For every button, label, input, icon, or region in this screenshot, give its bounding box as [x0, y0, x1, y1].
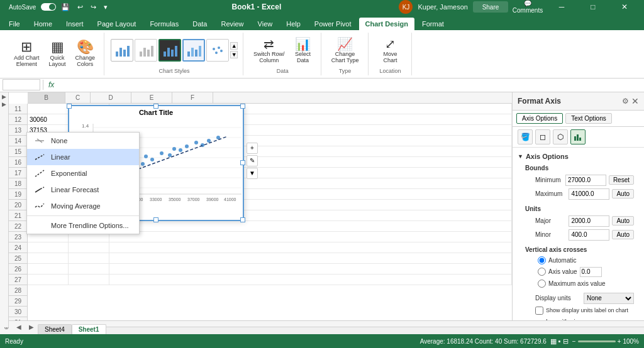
- chart-style-scroll-down[interactable]: ▼: [230, 51, 238, 58]
- formula-input[interactable]: [59, 81, 641, 89]
- chart-style-5[interactable]: [206, 39, 229, 62]
- minor-input[interactable]: [569, 229, 609, 241]
- quick-layout-label: QuickLayout: [49, 55, 66, 68]
- page-layout-button[interactable]: ▪: [558, 337, 561, 345]
- chart-filter-button[interactable]: ▼: [247, 168, 258, 179]
- change-chart-type-button[interactable]: 📈 ChangeChart Type: [328, 34, 363, 67]
- major-input[interactable]: [569, 215, 609, 227]
- zoom-out-button[interactable]: −: [572, 338, 576, 345]
- format-fill-icon[interactable]: 🪣: [518, 129, 533, 144]
- chart-style-scroll-up[interactable]: ▲: [230, 42, 238, 50]
- page-break-button[interactable]: ⊟: [563, 337, 569, 345]
- move-chart-button[interactable]: ⤢ MoveChart: [375, 34, 406, 67]
- zoom-slider[interactable]: [578, 340, 616, 342]
- sheet-tab-sheet4[interactable]: Sheet4: [38, 324, 72, 334]
- axis-value-radio[interactable]: [538, 268, 546, 276]
- minimum-reset-button[interactable]: Reset: [609, 175, 634, 185]
- row-header-25: 25: [9, 253, 27, 264]
- trendline-linear-forecast-item[interactable]: Linear Forecast: [27, 182, 139, 198]
- customize-qat-button[interactable]: ▾: [101, 3, 110, 12]
- tab-view[interactable]: View: [252, 18, 279, 30]
- tab-insert[interactable]: Insert: [60, 18, 90, 30]
- collapse-2[interactable]: ▶: [2, 101, 6, 107]
- tab-home[interactable]: Home: [28, 18, 58, 30]
- col-header-d[interactable]: D: [91, 92, 131, 103]
- format-panel-settings-button[interactable]: ⚙: [622, 96, 629, 106]
- svg-rect-67: [579, 138, 581, 141]
- automatic-radio[interactable]: [538, 256, 546, 264]
- col-header-b[interactable]: B: [28, 92, 65, 103]
- trendline-exponential-item[interactable]: Exponential: [27, 165, 139, 182]
- col-header-e[interactable]: E: [131, 92, 172, 103]
- tab-review[interactable]: Review: [214, 18, 250, 30]
- share-button[interactable]: Share: [473, 1, 508, 13]
- major-auto-button[interactable]: Auto: [612, 216, 634, 226]
- save-button[interactable]: 💾: [58, 3, 72, 12]
- col-header-f[interactable]: F: [172, 92, 213, 103]
- more-trendline-icon: [33, 220, 46, 231]
- collapse-1[interactable]: ▶: [2, 94, 6, 100]
- tab-data[interactable]: Data: [186, 18, 213, 30]
- chart-title[interactable]: Chart Title: [69, 109, 243, 116]
- col-header-rest[interactable]: [213, 92, 512, 103]
- tab-help[interactable]: Help: [280, 18, 307, 30]
- name-box[interactable]: [3, 79, 40, 90]
- maximum-input[interactable]: [569, 188, 609, 200]
- format-bar-chart-icon[interactable]: [570, 129, 586, 144]
- format-line-icon[interactable]: ◻: [535, 129, 550, 144]
- format-effects-icon[interactable]: ⬡: [553, 129, 568, 144]
- autosave-toggle[interactable]: [41, 3, 56, 11]
- tab-power-pivot[interactable]: Power Pivot: [308, 18, 358, 30]
- chart-layout-button[interactable]: +: [247, 143, 258, 154]
- chart-handle-tl[interactable]: [67, 104, 72, 109]
- zoom-in-button[interactable]: +: [618, 338, 621, 345]
- format-tab-axis-options[interactable]: Axis Options: [516, 113, 563, 124]
- axis-value-input[interactable]: [580, 267, 602, 277]
- quick-layout-button[interactable]: ▦ QuickLayout: [45, 36, 70, 70]
- chart-style-2[interactable]: [135, 39, 157, 62]
- tab-page-layout[interactable]: Page Layout: [91, 18, 143, 30]
- undo-button[interactable]: ↩: [75, 3, 86, 12]
- sheet-nav-left[interactable]: ◀: [13, 320, 25, 334]
- chart-handle-top[interactable]: [153, 104, 158, 109]
- trendline-moving-average-item[interactable]: Moving Average: [27, 198, 139, 214]
- chart-handle-tr[interactable]: [240, 104, 245, 109]
- minor-auto-button[interactable]: Auto: [612, 230, 634, 239]
- chart-handle-bottom[interactable]: [153, 217, 158, 222]
- trendline-linear-item[interactable]: Linear: [27, 149, 139, 165]
- display-units-select[interactable]: None Hundreds Thousands Millions: [584, 293, 634, 304]
- switch-row-column-button[interactable]: ⇄ Switch Row/Column: [250, 34, 289, 67]
- change-colors-button[interactable]: 🎨 ChangeColors: [72, 36, 99, 70]
- trendline-none-item[interactable]: None: [27, 133, 139, 149]
- normal-view-button[interactable]: ▦: [550, 337, 557, 345]
- chart-style-4[interactable]: [182, 39, 205, 62]
- sheet-tab-sheet1[interactable]: Sheet1: [72, 324, 106, 334]
- comments-button[interactable]: 💬 Comments: [513, 0, 542, 14]
- chart-edit-button[interactable]: ✎: [247, 155, 258, 166]
- minimize-button[interactable]: ─: [547, 0, 576, 14]
- redo-button[interactable]: ↪: [88, 3, 99, 12]
- maximum-auto-button[interactable]: Auto: [612, 189, 634, 198]
- select-data-button[interactable]: 📊 SelectData: [291, 34, 316, 67]
- restore-button[interactable]: □: [579, 0, 608, 14]
- chart-handle-br[interactable]: [240, 217, 245, 222]
- chart-handle-right[interactable]: [240, 160, 245, 165]
- show-label-checkbox[interactable]: [535, 307, 543, 315]
- format-tab-text-options[interactable]: Text Options: [565, 113, 612, 124]
- add-chart-element-button[interactable]: ⊞ Add ChartElement: [10, 36, 43, 70]
- sheet-nav-right[interactable]: ▶: [25, 320, 38, 334]
- format-panel-close-button[interactable]: ✕: [631, 96, 639, 106]
- tab-formulas[interactable]: Formulas: [143, 18, 185, 30]
- chart-style-3[interactable]: [158, 39, 181, 62]
- more-trendline-options-item[interactable]: More Trendline Options...: [27, 217, 139, 234]
- max-axis-value-radio[interactable]: [538, 280, 546, 288]
- tab-chart-design[interactable]: Chart Design: [359, 18, 414, 30]
- close-button[interactable]: ✕: [610, 0, 639, 14]
- horizontal-scrollbar[interactable]: [106, 327, 645, 334]
- col-header-c[interactable]: C: [65, 92, 91, 103]
- chart-style-1[interactable]: [111, 39, 133, 62]
- tab-format[interactable]: Format: [416, 18, 450, 30]
- format-section-axis-options-header[interactable]: ▼ Axis Options: [518, 150, 639, 163]
- tab-file[interactable]: File: [3, 18, 26, 30]
- minimum-input[interactable]: [565, 175, 606, 186]
